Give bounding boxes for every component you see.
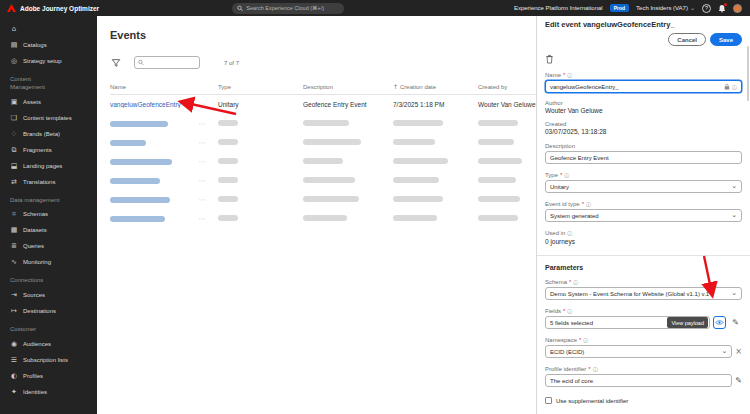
sidebar-item-queries[interactable]: ≣Queries xyxy=(0,238,97,254)
table-row-redacted[interactable]: ··· xyxy=(110,171,536,190)
cancel-button[interactable]: Cancel xyxy=(668,33,706,46)
sidebar-item-destinations[interactable]: ↦Destinations xyxy=(0,303,97,319)
edit-profile-identifier-button[interactable]: ✎ xyxy=(735,377,742,385)
sidebar-item-landing-pages[interactable]: ⬓Landing pages xyxy=(0,158,97,174)
row-actions-button[interactable]: ··· xyxy=(199,158,206,165)
result-count: 7 of 7 xyxy=(224,60,239,66)
table-row-redacted[interactable]: ··· xyxy=(110,133,536,152)
redacted-cell xyxy=(303,120,349,126)
redacted-cell xyxy=(218,158,238,164)
info-icon[interactable]: ⓘ xyxy=(593,366,598,372)
column-header-description[interactable]: Description xyxy=(303,83,393,90)
view-payload-button[interactable] xyxy=(713,316,726,329)
row-actions-button[interactable]: ··· xyxy=(199,120,206,127)
sidebar-item-catalogs[interactable]: ▤Catalogs xyxy=(0,37,97,53)
column-header-creation-date[interactable]: ↑Creation date xyxy=(393,83,478,90)
sidebar-item-sources[interactable]: ⇥Sources xyxy=(0,287,97,303)
description-input[interactable]: Geofence Entry Event xyxy=(545,151,742,164)
sidebar-item-datasets[interactable]: ▦Datasets xyxy=(0,222,97,238)
sidebar-item-profiles[interactable]: ◐Profiles xyxy=(0,368,97,384)
row-actions-button[interactable]: ··· xyxy=(199,196,206,203)
namespace-select[interactable]: ECID (ECID)⌄ xyxy=(545,345,732,358)
sidebar-item-label: Schemas xyxy=(23,211,48,217)
sidebar-item-home[interactable]: ⌂ xyxy=(0,21,97,37)
audiences-icon: ◉ xyxy=(10,340,18,348)
table-row-redacted[interactable]: ··· xyxy=(110,152,536,171)
event-id-type-select[interactable]: System generated⌄ xyxy=(545,209,742,222)
sidebar-item-brands[interactable]: ♢Brands (Beta) xyxy=(0,126,97,142)
fields-row: 5 fields selected ✎ View payload xyxy=(545,316,742,329)
type-select[interactable]: Unitary⌄ xyxy=(545,180,742,193)
notifications-bell-icon[interactable] xyxy=(718,4,726,13)
filter-icon[interactable] xyxy=(111,58,121,68)
sidebar-item-strategy-setup[interactable]: ◎Strategy setup xyxy=(0,53,97,69)
info-icon[interactable]: ⓘ xyxy=(573,279,578,285)
event-name-link[interactable]: vangeluwGeofenceEntry_ xyxy=(110,101,184,108)
required-marker: * xyxy=(569,279,571,285)
column-header-type[interactable]: Type xyxy=(218,83,303,90)
sidebar-item-content-templates[interactable]: ❏Content templates xyxy=(0,110,97,126)
sandbox-selector[interactable]: Tech Insiders (VA7) ⌄ xyxy=(636,5,695,11)
table-row[interactable]: vangeluwGeofenceEntry_ ··· Unitary Geofe… xyxy=(110,95,536,114)
sidebar-item-label: Content templates xyxy=(23,115,72,121)
sidebar-item-assets[interactable]: ▣Assets xyxy=(0,94,97,110)
assets-icon: ▣ xyxy=(10,98,18,106)
used-in-value: 0 journeys xyxy=(545,238,742,245)
row-actions-button[interactable]: ··· xyxy=(199,101,206,108)
global-search-input[interactable] xyxy=(246,5,339,11)
info-icon[interactable]: ⓘ xyxy=(567,308,572,314)
profile-identifier-input[interactable]: The ecid of core xyxy=(545,374,732,387)
schema-label: Schema xyxy=(545,279,567,285)
required-marker: * xyxy=(560,172,562,178)
sidebar-item-label: Audiences xyxy=(23,341,51,347)
redacted-name[interactable] xyxy=(110,178,160,184)
table-row-redacted[interactable]: ··· xyxy=(110,190,536,209)
redacted-name[interactable] xyxy=(110,121,168,127)
sidebar-item-subscription-lists[interactable]: ☰Subscription lists xyxy=(0,352,97,368)
supplemental-checkbox[interactable] xyxy=(545,397,552,404)
sidebar-item-translations[interactable]: ⇄Translations xyxy=(0,174,97,190)
delete-event-button[interactable] xyxy=(545,54,555,64)
table-row-redacted[interactable]: ··· xyxy=(110,209,536,228)
row-actions-button[interactable]: ··· xyxy=(199,215,206,222)
redacted-cell xyxy=(393,139,435,145)
redacted-name[interactable] xyxy=(110,216,165,222)
cell-type: Unitary xyxy=(218,101,303,108)
redacted-name[interactable] xyxy=(110,140,146,146)
info-icon[interactable]: ⓘ xyxy=(567,230,572,236)
redacted-cell xyxy=(218,215,238,221)
table-row-redacted[interactable]: ··· xyxy=(110,114,536,133)
sidebar-item-fragments[interactable]: ⧉Fragments xyxy=(0,142,97,158)
brands-icon: ♢ xyxy=(10,130,18,138)
info-icon[interactable]: ⓘ xyxy=(564,172,569,178)
sidebar-item-monitoring[interactable]: ∿Monitoring xyxy=(0,254,97,270)
chevron-down-icon: ⌄ xyxy=(721,350,727,354)
sidebar-item-identities[interactable]: ✦Identities xyxy=(0,384,97,400)
required-marker: * xyxy=(579,337,581,343)
monitoring-icon: ∿ xyxy=(10,258,18,266)
sidebar-item-schemas[interactable]: ⌗Schemas xyxy=(0,206,97,222)
column-header-created-by[interactable]: Created by xyxy=(478,83,536,90)
info-icon[interactable]: ⓘ xyxy=(586,201,591,207)
edit-fields-button[interactable]: ✎ xyxy=(729,316,742,329)
help-icon[interactable]: ? xyxy=(702,4,711,13)
redacted-name[interactable] xyxy=(110,159,172,165)
name-input[interactable]: vangeluwGeofenceEntry_ ⓘ xyxy=(545,80,742,93)
info-icon[interactable]: ⓘ xyxy=(567,72,572,78)
clear-namespace-button[interactable]: × xyxy=(735,347,742,356)
schema-select[interactable]: Demo System - Event Schema for Website (… xyxy=(545,287,742,300)
global-search[interactable] xyxy=(232,3,344,14)
info-icon: ⓘ xyxy=(732,84,737,90)
panel-scrollbar[interactable] xyxy=(747,46,749,101)
table-search[interactable] xyxy=(134,56,200,69)
column-header-name[interactable]: Name xyxy=(110,83,218,90)
sidebar-item-label: Identities xyxy=(23,389,47,395)
redacted-name[interactable] xyxy=(110,197,170,203)
save-button[interactable]: Save xyxy=(710,33,742,46)
row-actions-button[interactable]: ··· xyxy=(199,139,206,146)
info-icon[interactable]: ⓘ xyxy=(583,337,588,343)
row-actions-button[interactable]: ··· xyxy=(199,177,206,184)
user-avatar[interactable] xyxy=(733,4,742,13)
sidebar-item-audiences[interactable]: ◉Audiences xyxy=(0,336,97,352)
table-search-input[interactable] xyxy=(146,60,196,66)
